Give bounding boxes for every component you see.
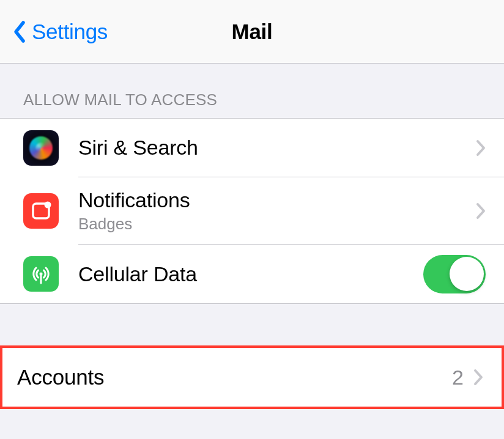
siri-label: Siri & Search [78,136,476,160]
group-allow-access: Siri & Search Notifications Badges [0,118,504,304]
chevron-right-icon [476,202,486,220]
notifications-sublabel: Badges [78,215,476,234]
accounts-label: Accounts [17,365,452,389]
siri-icon [23,130,59,166]
cellular-icon [23,256,59,292]
row-notifications[interactable]: Notifications Badges [0,177,504,245]
svg-point-1 [45,202,51,208]
row-accounts[interactable]: Accounts 2 [2,348,502,407]
section-header-allow-access: ALLOW MAIL TO ACCESS [0,64,504,118]
back-button[interactable]: Settings [12,20,108,44]
group-accounts: Accounts 2 [0,345,504,409]
notifications-label: Notifications [78,188,476,212]
row-siri-search[interactable]: Siri & Search [0,119,504,177]
notifications-icon [23,193,59,229]
cellular-toggle[interactable] [423,255,486,293]
row-cellular-data: Cellular Data [0,245,504,303]
toggle-knob [450,257,484,291]
nav-bar: Settings Mail [0,0,504,64]
back-label: Settings [32,20,108,44]
chevron-right-icon [473,369,483,386]
accounts-value: 2 [452,366,464,389]
cellular-label: Cellular Data [78,262,423,286]
chevron-right-icon [476,139,486,157]
chevron-left-icon [12,20,27,44]
